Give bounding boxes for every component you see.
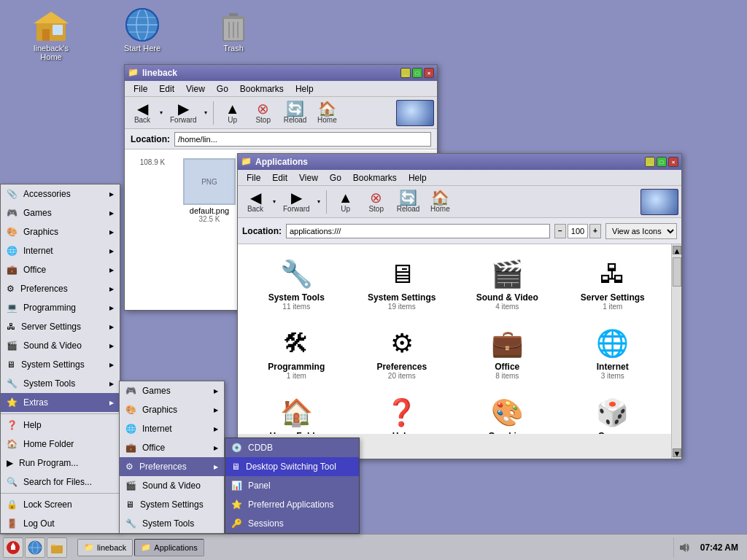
apps-home-btn[interactable]: 🏠 Home: [425, 189, 454, 214]
taskbar-icon-folder[interactable]: [47, 537, 67, 558]
lb-back-btn[interactable]: ◀ Back: [128, 100, 157, 125]
desktop-icon-home[interactable]: lineback's Home: [22, 7, 80, 61]
pref-item-desktop-switching[interactable]: 🖥 Desktop Switching Tool: [225, 457, 359, 476]
pref-item-panel[interactable]: 📊 Panel: [225, 476, 359, 495]
sm-item-office[interactable]: 💼 Office ▶: [1, 260, 120, 279]
apps-stop-btn[interactable]: ⊗ Stop: [362, 189, 391, 214]
apps-menu-edit[interactable]: Edit: [266, 171, 293, 184]
lineback-minimize-btn[interactable]: _: [400, 68, 411, 78]
app-item-graphics[interactable]: 🎨 Graphics: [454, 389, 560, 434]
lb-reload-btn[interactable]: 🔄 Reload: [279, 100, 311, 125]
app-item-programming[interactable]: 🛠 Programming 1 item: [244, 319, 349, 389]
lb-menu-help[interactable]: Help: [290, 82, 320, 96]
lb-forward-btn[interactable]: ▶ Forward: [166, 100, 201, 125]
lineback-maximize-btn[interactable]: □: [412, 68, 422, 78]
sm-item-help[interactable]: ❓ Help: [1, 416, 120, 435]
lb-up-btn[interactable]: ▲ Up: [218, 100, 247, 125]
sm-item-sound-video[interactable]: 🎬 Sound & Video ▶: [1, 336, 120, 355]
programming-sm-icon: 💻: [7, 303, 18, 313]
extras-sub-system-settings[interactable]: 🖥 System Settings: [120, 495, 224, 514]
sm-item-search[interactable]: 🔍 Search for Files...: [1, 472, 120, 491]
lb-forward-arrow[interactable]: ▾: [203, 101, 209, 125]
extras-sub-internet[interactable]: 🌐 Internet ▶: [120, 419, 224, 438]
apps-back-arrow[interactable]: ▾: [271, 190, 277, 214]
apps-forward-arrow[interactable]: ▾: [316, 190, 322, 214]
extras-sub-sound[interactable]: 🎬 Sound & Video: [120, 476, 224, 495]
zoom-in-btn[interactable]: +: [589, 224, 601, 238]
sm-item-graphics[interactable]: 🎨 Graphics ▶: [1, 222, 120, 241]
lb-file-default[interactable]: PNG default.png 32.5 K: [180, 155, 239, 226]
extras-sub-preferences[interactable]: ⚙ Preferences ▶: [120, 457, 224, 476]
pref-item-preferred-apps[interactable]: ⭐ Preferred Applications: [225, 495, 359, 514]
apps-forward-btn[interactable]: ▶ Forward: [279, 189, 314, 214]
view-mode-select[interactable]: View as Icons: [605, 223, 677, 239]
sm-item-system-settings[interactable]: 🖥 System Settings ▶: [1, 355, 120, 374]
apps-maximize-btn[interactable]: □: [657, 157, 667, 167]
zoom-out-btn[interactable]: −: [554, 224, 566, 238]
lineback-close-btn[interactable]: ×: [424, 68, 434, 78]
lb-location-input[interactable]: [174, 132, 431, 147]
sm-item-games[interactable]: 🎮 Games ▶: [1, 203, 120, 222]
sm-item-internet[interactable]: 🌐 Internet ▶: [1, 241, 120, 260]
sm-item-server-settings[interactable]: 🖧 Server Settings ▶: [1, 317, 120, 336]
app-item-server-settings[interactable]: 🖧 Server Settings 1 item: [560, 250, 666, 319]
apps-menu-help[interactable]: Help: [403, 171, 433, 184]
desktop-icon-trash[interactable]: Trash: [204, 7, 263, 52]
extras-sub-office[interactable]: 💼 Office ▶: [120, 438, 224, 457]
scrollbar-thumb[interactable]: [673, 257, 681, 287]
app-count-3: 1 item: [603, 303, 622, 311]
app-item-games[interactable]: 🎲 Games: [560, 389, 666, 434]
lb-menu-edit[interactable]: Edit: [153, 82, 180, 96]
task-btn-applications[interactable]: 📁 Applications: [134, 539, 204, 556]
lb-menu-bookmarks[interactable]: Bookmarks: [234, 82, 290, 96]
apps-menu-go[interactable]: Go: [324, 171, 347, 184]
extras-sub-games[interactable]: 🎮 Games ▶: [120, 381, 224, 400]
apps-menu-view[interactable]: View: [293, 171, 324, 184]
apps-menu-file[interactable]: File: [241, 171, 266, 184]
apps-reload-btn[interactable]: 🔄 Reload: [392, 189, 425, 214]
sm-item-lock[interactable]: 🔒 Lock Screen: [1, 495, 120, 514]
apps-close-btn[interactable]: ×: [668, 157, 678, 167]
pref-item-cddb[interactable]: 💿 CDDB: [225, 438, 359, 457]
lb-separator-1: [213, 101, 214, 125]
apps-menu-bookmarks[interactable]: Bookmarks: [347, 171, 403, 184]
sm-item-home-folder[interactable]: 🏠 Home Folder: [1, 435, 120, 454]
lb-menu-go[interactable]: Go: [211, 82, 234, 96]
lb-menu-view[interactable]: View: [180, 82, 211, 96]
sm-item-extras[interactable]: ⭐ Extras ▶: [1, 393, 120, 412]
desktop-icon-starthere[interactable]: Start Here: [113, 7, 171, 52]
extras-sub-graphics[interactable]: 🎨 Graphics ▶: [120, 400, 224, 419]
apps-back-btn[interactable]: ◀ Back: [241, 189, 270, 214]
scrollbar-down-btn[interactable]: ▼: [673, 448, 681, 457]
pref-item-sessions[interactable]: 🔑 Sessions: [225, 514, 359, 533]
lb-stop-btn[interactable]: ⊗ Stop: [249, 100, 278, 125]
app-item-help[interactable]: ❓ Help: [349, 389, 455, 434]
trash-icon: [216, 7, 251, 42]
lb-menu-file[interactable]: File: [128, 82, 153, 96]
sm-item-run[interactable]: ▶ Run Program...: [1, 454, 120, 472]
app-item-system-tools[interactable]: 🔧 System Tools 11 items: [244, 250, 349, 319]
system-settings-sm-icon: 🖥: [7, 359, 15, 370]
app-item-internet[interactable]: 🌐 Internet 3 items: [560, 319, 666, 389]
app-item-preferences[interactable]: ⚙ Preferences 20 items: [349, 319, 455, 389]
taskbar-icon-redhat[interactable]: [3, 537, 23, 558]
apps-minimize-btn[interactable]: _: [645, 157, 655, 167]
lb-home-btn[interactable]: 🏠 Home: [312, 100, 341, 125]
scrollbar-up-btn[interactable]: ▲: [673, 246, 681, 254]
sm-item-programming[interactable]: 💻 Programming ▶: [1, 298, 120, 317]
taskbar-icon-browser[interactable]: [25, 537, 45, 558]
lb-back-arrow[interactable]: ▾: [158, 101, 164, 125]
extras-sub-system-tools[interactable]: 🔧 System Tools: [120, 514, 224, 533]
sm-item-preferences[interactable]: ⚙ Preferences ▶: [1, 279, 120, 298]
app-item-system-settings[interactable]: 🖥 System Settings 19 items: [349, 250, 455, 319]
task-btn-lineback[interactable]: 📁 lineback: [77, 539, 133, 556]
app-item-office[interactable]: 💼 Office 8 items: [454, 319, 560, 389]
start-menu: 📎 Accessories ▶ 🎮 Games ▶ 🎨 Graphics ▶ 🌐…: [0, 184, 120, 534]
sm-item-logout[interactable]: 🚪 Log Out: [1, 514, 120, 533]
sm-item-accessories[interactable]: 📎 Accessories ▶: [1, 184, 120, 203]
app-item-sound-&-video[interactable]: 🎬 Sound & Video 4 items: [454, 250, 560, 319]
sm-item-system-tools[interactable]: 🔧 System Tools ▶: [1, 374, 120, 393]
app-item-home-folder[interactable]: 🏠 Home Folder: [244, 389, 349, 434]
apps-location-input[interactable]: [286, 224, 550, 238]
apps-up-btn[interactable]: ▲ Up: [331, 189, 360, 214]
